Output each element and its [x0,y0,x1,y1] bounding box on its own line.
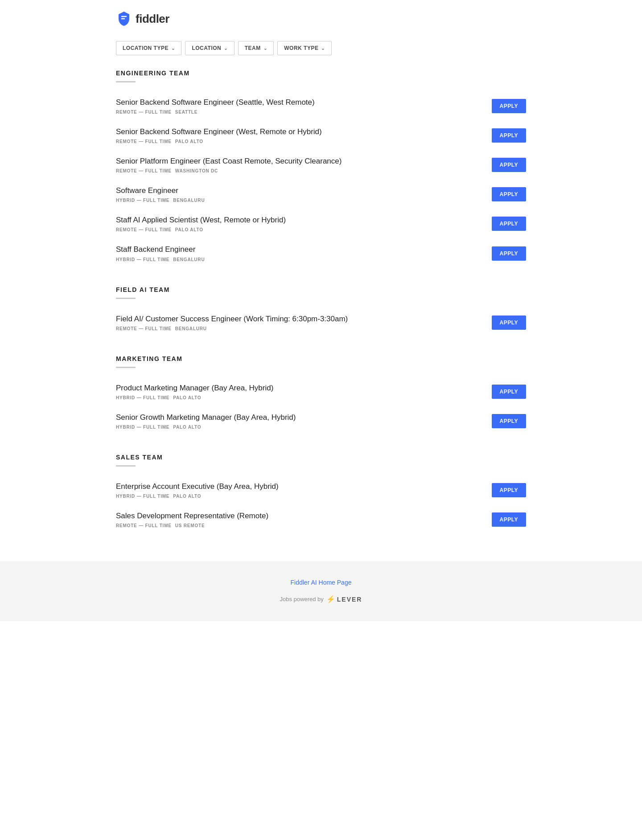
team-divider [116,367,136,368]
job-info: Staff AI Applied Scientist (West, Remote… [116,215,483,232]
powered-by: Jobs powered by ⚡ LEVER [9,595,633,603]
job-title: Field AI/ Customer Success Engineer (Wor… [116,314,483,324]
job-meta: REMOTE — FULL TIMEWASHINGTON DC [116,168,483,173]
apply-button[interactable]: APPLY [492,414,526,428]
apply-button[interactable]: APPLY [492,512,526,527]
apply-button[interactable]: APPLY [492,385,526,399]
apply-button[interactable]: APPLY [492,128,526,143]
job-item: Software EngineerHYBRID — FULL TIMEBENGA… [116,180,526,209]
job-item: Field AI/ Customer Success Engineer (Wor… [116,308,526,337]
job-type: HYBRID — FULL TIME [116,198,169,203]
job-item: Staff AI Applied Scientist (West, Remote… [116,209,526,238]
site-header: fiddler [116,0,526,36]
job-location: SEATTLE [175,110,198,115]
job-meta: HYBRID — FULL TIMEPALO ALTO [116,395,483,400]
job-title: Senior Platform Engineer (East Coast Rem… [116,156,483,166]
location-filter[interactable]: LOCATION ⌄ [185,41,234,55]
job-item: Enterprise Account Executive (Bay Area, … [116,475,526,505]
chevron-down-icon: ⌄ [224,46,228,51]
job-title: Staff AI Applied Scientist (West, Remote… [116,215,483,225]
job-location: BENGALURU [175,326,207,331]
job-type: REMOTE — FULL TIME [116,326,172,331]
job-type: REMOTE — FULL TIME [116,168,172,173]
apply-button[interactable]: APPLY [492,316,526,330]
job-item: Sales Development Representative (Remote… [116,505,526,534]
job-type: HYBRID — FULL TIME [116,395,169,400]
work-type-filter[interactable]: WORK TYPE ⌄ [277,41,332,55]
apply-button[interactable]: APPLY [492,246,526,261]
job-title: Software Engineer [116,186,483,196]
job-info: Senior Growth Marketing Manager (Bay Are… [116,413,483,430]
job-info: Product Marketing Manager (Bay Area, Hyb… [116,383,483,400]
job-item: Senior Growth Marketing Manager (Bay Are… [116,406,526,436]
job-item: Senior Platform Engineer (East Coast Rem… [116,150,526,180]
job-location: WASHINGTON DC [175,168,218,173]
lever-bolt-icon: ⚡ [326,595,335,603]
job-location: PALO ALTO [175,139,203,144]
job-title: Senior Backend Software Engineer (West, … [116,127,483,137]
job-meta: REMOTE — FULL TIMEUS REMOTE [116,523,483,528]
job-location: PALO ALTO [173,425,201,430]
apply-button[interactable]: APPLY [492,187,526,201]
team-divider [116,465,136,467]
team-heading: MARKETING TEAM [116,355,526,362]
job-location: PALO ALTO [175,227,203,232]
apply-button[interactable]: APPLY [492,217,526,231]
job-meta: REMOTE — FULL TIMESEATTLE [116,110,483,115]
job-type: HYBRID — FULL TIME [116,425,169,430]
job-info: Senior Platform Engineer (East Coast Rem… [116,156,483,173]
job-type: HYBRID — FULL TIME [116,494,169,499]
apply-button[interactable]: APPLY [492,483,526,497]
job-sections: ENGINEERING TEAMSenior Backend Software … [116,70,526,534]
job-type: REMOTE — FULL TIME [116,110,172,115]
apply-button[interactable]: APPLY [492,99,526,113]
job-title: Senior Backend Software Engineer (Seattl… [116,98,483,107]
job-item: Product Marketing Manager (Bay Area, Hyb… [116,377,526,406]
job-info: Senior Backend Software Engineer (Seattl… [116,98,483,115]
job-type: REMOTE — FULL TIME [116,523,172,528]
job-meta: HYBRID — FULL TIMEBENGALURU [116,198,483,203]
apply-button[interactable]: APPLY [492,158,526,172]
logo: fiddler [116,11,169,27]
job-type: REMOTE — FULL TIME [116,139,172,144]
job-meta: REMOTE — FULL TIMEBENGALURU [116,326,483,331]
team-divider [116,298,136,299]
filter-bar: LOCATION TYPE ⌄ LOCATION ⌄ TEAM ⌄ WORK T… [116,36,526,70]
job-location: BENGALURU [173,257,205,262]
team-heading: SALES TEAM [116,454,526,461]
job-type: REMOTE — FULL TIME [116,227,172,232]
job-location: PALO ALTO [173,395,201,400]
job-info: Enterprise Account Executive (Bay Area, … [116,482,483,499]
job-item: Staff Backend EngineerHYBRID — FULL TIME… [116,238,526,268]
job-info: Senior Backend Software Engineer (West, … [116,127,483,144]
job-title: Senior Growth Marketing Manager (Bay Are… [116,413,483,422]
job-info: Sales Development Representative (Remote… [116,511,483,528]
job-info: Field AI/ Customer Success Engineer (Wor… [116,314,483,331]
lever-logo: ⚡ LEVER [326,595,362,603]
team-divider [116,81,136,82]
job-item: Senior Backend Software Engineer (Seattl… [116,91,526,121]
team-filter[interactable]: TEAM ⌄ [238,41,274,55]
job-meta: HYBRID — FULL TIMEBENGALURU [116,257,483,262]
chevron-down-icon: ⌄ [321,46,325,51]
job-location: US REMOTE [175,523,205,528]
job-info: Staff Backend EngineerHYBRID — FULL TIME… [116,245,483,262]
job-title: Sales Development Representative (Remote… [116,511,483,521]
job-item: Senior Backend Software Engineer (West, … [116,121,526,150]
job-meta: HYBRID — FULL TIMEPALO ALTO [116,494,483,499]
job-type: HYBRID — FULL TIME [116,257,169,262]
team-section-1: FIELD AI TEAMField AI/ Customer Success … [116,286,526,337]
job-title: Staff Backend Engineer [116,245,483,254]
chevron-down-icon: ⌄ [263,46,268,51]
logo-text: fiddler [136,12,169,26]
team-heading: FIELD AI TEAM [116,286,526,293]
job-info: Software EngineerHYBRID — FULL TIMEBENGA… [116,186,483,203]
team-section-0: ENGINEERING TEAMSenior Backend Software … [116,70,526,268]
job-meta: HYBRID — FULL TIMEPALO ALTO [116,425,483,430]
job-title: Product Marketing Manager (Bay Area, Hyb… [116,383,483,393]
chevron-down-icon: ⌄ [171,46,175,51]
job-title: Enterprise Account Executive (Bay Area, … [116,482,483,492]
fiddler-logo-icon [116,11,132,27]
homepage-link[interactable]: Fiddler AI Home Page [9,579,633,586]
location-type-filter[interactable]: LOCATION TYPE ⌄ [116,41,181,55]
